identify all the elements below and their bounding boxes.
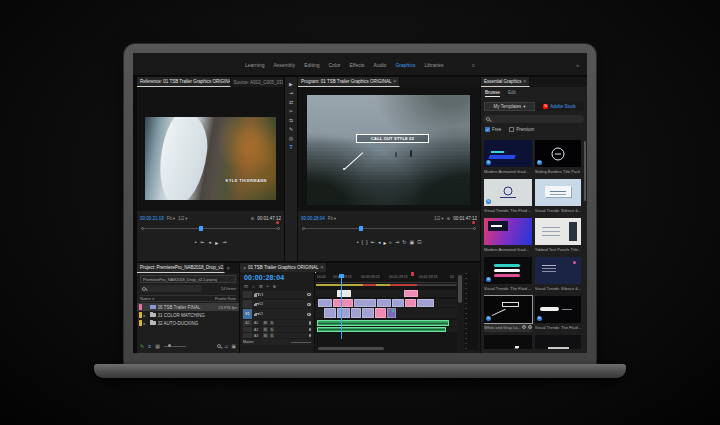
loop-button[interactable]: ↻ <box>402 239 406 245</box>
playback-resolution-dropdown[interactable]: 1/2▾ <box>178 216 188 221</box>
export-frame-button[interactable]: ⊡ <box>417 239 421 245</box>
timeline-clip[interactable] <box>337 290 351 297</box>
templates-scrollbar[interactable] <box>584 141 587 201</box>
timeline-clip[interactable] <box>354 299 376 307</box>
item-label[interactable]: 06 TSB Trailer FINAL <box>158 305 217 310</box>
audio-track-header[interactable]: A3 M S <box>242 333 312 338</box>
scrub-start-handle[interactable] <box>141 227 144 230</box>
timeline-clip[interactable] <box>375 308 386 318</box>
step-forward-button[interactable]: ▹ <box>389 239 392 245</box>
tab-reference[interactable]: Reference: 01 TSB Trailer Graphics ORIGI… <box>137 77 231 87</box>
step-back-button[interactable]: ◂ <box>378 239 381 245</box>
scrub-end-handle[interactable] <box>277 227 280 230</box>
workspace-tab[interactable]: Learning <box>245 62 264 68</box>
twirl-icon[interactable]: ▸ <box>144 321 148 326</box>
go-to-in-button[interactable]: ⇤ <box>200 239 204 245</box>
scrub-end-handle[interactable] <box>473 227 476 230</box>
mark-out-button[interactable]: } <box>366 239 368 245</box>
workspace-tab[interactable]: Effects <box>349 62 364 68</box>
panel-menu-icon[interactable]: ≡ <box>393 79 396 84</box>
timeline-playhead[interactable] <box>341 274 342 339</box>
reference-scrubber[interactable] <box>141 226 280 232</box>
mark-in-button[interactable]: { <box>361 239 363 245</box>
label-color-chip[interactable] <box>139 312 142 318</box>
add-marker-icon[interactable]: • <box>267 284 269 289</box>
master-gain-slider[interactable] <box>291 342 311 343</box>
timeline-clip[interactable] <box>351 308 361 318</box>
thumbnail-zoom-slider[interactable] <box>164 346 186 347</box>
new-bin-icon[interactable]: ▱ <box>224 343 228 349</box>
tab-essential-graphics[interactable]: Essential Graphics ≡ <box>481 77 530 87</box>
icon-view-icon[interactable]: ▦ <box>155 343 160 349</box>
source-patch-badge[interactable] <box>243 300 252 308</box>
template-card[interactable]: ↻ Visual Trends: Silence &... ↻ ⊛ <box>535 257 581 293</box>
go-to-out-button[interactable]: ⇥ <box>222 239 226 245</box>
settings-icon[interactable]: ⊛ <box>528 325 532 329</box>
step-back-button[interactable]: ◂ <box>209 239 212 245</box>
pen-tool[interactable]: ✎ <box>289 127 293 132</box>
tab-browse[interactable]: Browse <box>485 90 500 97</box>
master-track-header[interactable]: Master <box>242 339 312 345</box>
sequence-marker[interactable] <box>411 272 414 276</box>
project-row[interactable]: ▸ 02 AUTO-DUCKING <box>137 319 239 327</box>
project-row[interactable]: 06 TSB Trailer FINAL 23.976 fps <box>137 303 239 311</box>
track-v2[interactable] <box>316 299 457 307</box>
workspace-tab[interactable]: Editing <box>304 62 319 68</box>
lock-icon[interactable] <box>254 314 257 317</box>
solo-button[interactable]: S <box>270 333 275 338</box>
track-v3[interactable] <box>316 290 457 297</box>
template-card[interactable]: ↻ ↻ ⊛ <box>484 335 532 349</box>
twirl-icon[interactable]: ▸ <box>144 313 148 318</box>
timeline-settings-icon[interactable]: ⊡ <box>244 284 248 289</box>
go-to-in-button[interactable]: ⇤ <box>371 239 375 245</box>
label-color-chip[interactable] <box>139 320 142 326</box>
lock-icon[interactable] <box>254 294 257 297</box>
template-card[interactable]: ↻ Tabbed Text Panels Title... ↻ ⊛ <box>535 218 581 254</box>
voiceover-record-icon[interactable] <box>309 334 311 338</box>
video-track-header[interactable]: V2 <box>242 300 312 308</box>
mute-button[interactable]: M <box>263 327 268 332</box>
template-search-input[interactable] <box>484 115 584 123</box>
playback-resolution-dropdown[interactable]: 1/2▾ <box>434 216 444 221</box>
slip-tool[interactable]: ⇆ <box>289 118 293 123</box>
workspace-tab[interactable]: Assembly <box>273 62 295 68</box>
template-card[interactable]: ↻ Modern Animated Grad... ↻ ⊛ <box>484 218 532 254</box>
voiceover-record-icon[interactable] <box>309 328 311 332</box>
timeline-vertical-scrollbar[interactable] <box>458 275 462 303</box>
add-marker-button[interactable]: • <box>195 239 197 245</box>
column-name[interactable]: Name ∧ <box>140 296 155 301</box>
filter-free[interactable]: ✓ Free <box>485 127 501 132</box>
project-search-input[interactable] <box>140 285 202 292</box>
mute-button[interactable]: M <box>263 333 268 338</box>
track-select-forward-tool[interactable]: ⇥ <box>289 91 293 96</box>
timeline-clip[interactable] <box>404 290 418 297</box>
project-file-breadcrumb[interactable]: PremierePro_NAB2018_Drop_v2.1.prproj <box>140 275 236 283</box>
video-track-header[interactable]: V3 <box>242 291 312 298</box>
workspace-overflow-icon[interactable]: » <box>576 62 579 68</box>
source-patch-badge[interactable] <box>243 333 252 338</box>
video-track-header[interactable]: V1 V1 <box>242 309 312 319</box>
razor-tool[interactable]: ✂ <box>289 109 293 114</box>
playhead-handle[interactable] <box>359 226 363 231</box>
timeline-clip[interactable] <box>318 299 332 307</box>
source-patch-badge[interactable] <box>243 327 252 332</box>
timeline-clip[interactable] <box>377 299 391 307</box>
play-button[interactable]: ▸ <box>383 239 386 246</box>
panel-menu-icon[interactable]: ≡ <box>321 265 324 270</box>
snap-icon[interactable]: ∩ <box>252 284 255 289</box>
template-card[interactable]: ↻ Visual Trends: The Fluid ... ↻ ⊛ <box>484 257 532 293</box>
checkbox-checked-icon[interactable]: ✓ <box>485 127 490 132</box>
ripple-edit-tool[interactable]: ⇄ <box>289 100 293 105</box>
panel-menu-icon[interactable]: ≡ <box>524 79 527 84</box>
hand-tool[interactable]: ◎ <box>289 136 293 141</box>
template-card[interactable]: ↻ Sliding Borders Title Pack ↻ ⊛ <box>535 140 581 176</box>
track-visibility-icon[interactable] <box>307 313 312 316</box>
fit-dropdown[interactable]: Fit▾ <box>328 216 336 221</box>
timeline-clip[interactable] <box>337 308 350 318</box>
timeline-clip[interactable] <box>417 299 434 307</box>
timeline-ruler[interactable]: 00:0000:00:29:2300:00:59:2300:01:29:2300… <box>316 274 457 283</box>
workspace-menu-icon[interactable]: ≡ <box>472 62 475 68</box>
template-card[interactable]: ↻ White and Gray Lo... ↻ ⊛ <box>484 296 532 332</box>
track-visibility-icon[interactable] <box>307 293 312 296</box>
timeline-clip[interactable] <box>362 308 374 318</box>
